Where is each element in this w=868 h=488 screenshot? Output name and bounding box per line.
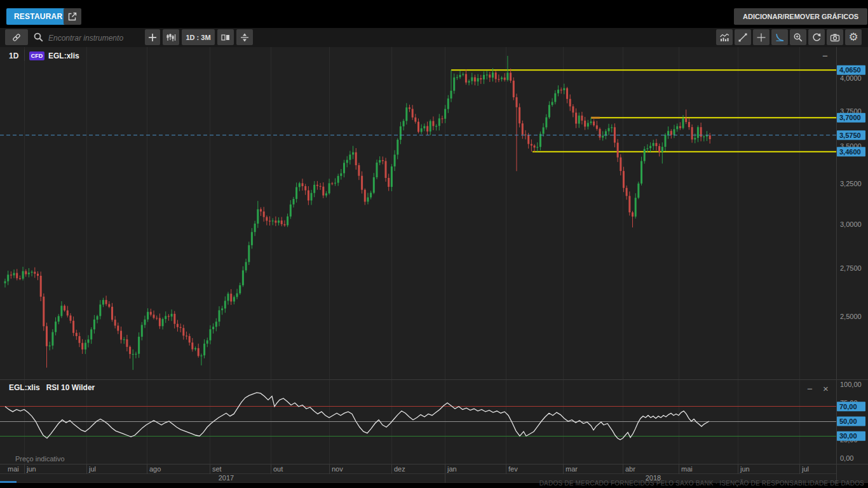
rsi-symbol-label: EGL:xlis xyxy=(9,383,40,392)
trendline-icon xyxy=(738,32,748,43)
refresh-icon xyxy=(811,32,822,43)
rsi-level-badge: 70,00 xyxy=(837,402,865,411)
candlestick-style-icon xyxy=(166,32,176,43)
gear-icon: ⚙ xyxy=(848,32,858,43)
search-input[interactable] xyxy=(47,30,145,46)
restore-button[interactable]: RESTAURAR xyxy=(6,8,70,25)
svg-text:3,7000: 3,7000 xyxy=(839,114,861,121)
snapshot-button[interactable] xyxy=(827,29,843,45)
svg-text:2,7500: 2,7500 xyxy=(840,264,862,272)
support-resistance-lines[interactable] xyxy=(451,70,836,152)
price-level-badge: 3,4600 xyxy=(837,147,865,156)
price-level-badge: 3,7000 xyxy=(837,113,865,123)
price-level-badge: 4,0650 xyxy=(837,65,865,75)
svg-text:jan: jan xyxy=(447,465,457,473)
svg-text:2017: 2017 xyxy=(219,474,234,482)
candlestick-series xyxy=(4,56,711,370)
svg-text:set: set xyxy=(212,465,222,473)
trading-platform-window: RESTAURAR ADICIONAR/REMOVER GRÁFICOS xyxy=(0,0,868,488)
current-price-badge: 3,5750 xyxy=(837,130,865,140)
settings-button[interactable]: ⚙ xyxy=(845,29,862,45)
svg-text:jun: jun xyxy=(26,465,36,473)
svg-text:4,0650: 4,0650 xyxy=(839,66,861,74)
svg-text:0,00: 0,00 xyxy=(840,454,853,462)
svg-text:jul: jul xyxy=(88,465,96,473)
external-link-icon xyxy=(67,11,78,22)
indicator-chart-icon xyxy=(719,32,729,43)
rsi-guide-lines xyxy=(0,407,836,436)
cfd-badge: CFD xyxy=(29,51,44,60)
split-view-button[interactable] xyxy=(236,29,253,45)
svg-text:3,2500: 3,2500 xyxy=(840,180,862,187)
svg-text:dez: dez xyxy=(394,465,405,473)
horizontal-scrollbar[interactable] xyxy=(0,481,17,483)
svg-text:abr: abr xyxy=(625,465,635,473)
chart-interval-label: 1D xyxy=(9,51,18,60)
rsi-panel-title: EGL:xlisRSI 10 Wilder xyxy=(9,383,95,392)
camera-icon xyxy=(830,32,840,43)
svg-text:fev: fev xyxy=(508,465,518,473)
svg-text:70,00: 70,00 xyxy=(839,403,857,410)
svg-text:mai: mai xyxy=(681,465,693,473)
crosshair-button[interactable] xyxy=(753,29,770,45)
svg-text:ago: ago xyxy=(149,465,161,473)
link-icon xyxy=(11,32,22,43)
search-icon xyxy=(33,32,44,43)
svg-text:30,00: 30,00 xyxy=(839,432,857,440)
chart-style-button[interactable] xyxy=(163,29,179,45)
split-arrows-icon xyxy=(240,32,250,43)
svg-text:3,4600: 3,4600 xyxy=(839,148,861,156)
rsi-indicator-label: RSI 10 Wilder xyxy=(46,383,95,392)
refresh-button[interactable] xyxy=(808,29,825,45)
layout-button[interactable] xyxy=(217,29,234,45)
layout-panels-icon xyxy=(220,32,231,43)
svg-text:2,5000: 2,5000 xyxy=(840,313,862,320)
label-separator xyxy=(24,50,25,61)
rsi-level-badge: 50,00 xyxy=(837,417,865,426)
link-chart-button[interactable] xyxy=(5,29,28,45)
price-axis-labels: 4,00003,75003,50003,25003,00002,75002,50… xyxy=(840,74,862,320)
indicators-button[interactable] xyxy=(716,29,733,45)
add-instrument-button[interactable] xyxy=(145,29,160,45)
interval-range-button[interactable]: 1D : 3M xyxy=(182,29,215,45)
svg-text:3,5750: 3,5750 xyxy=(839,132,861,139)
price-chart-canvas[interactable]: 4,00003,75003,50003,25003,00002,75002,50… xyxy=(0,47,868,483)
svg-text:mar: mar xyxy=(566,465,578,473)
svg-text:jul: jul xyxy=(801,465,809,473)
zoom-in-icon xyxy=(793,32,803,43)
symbol-label: EGL:xlis xyxy=(48,51,79,60)
market-data-disclaimer: DADOS DE MERCADO FORNECIDOS PELO SAXO BA… xyxy=(539,480,864,487)
svg-text:mai: mai xyxy=(8,465,19,473)
pop-out-button[interactable] xyxy=(64,8,81,25)
svg-text:50,00: 50,00 xyxy=(839,417,857,425)
log-scale-icon xyxy=(775,32,785,43)
crosshair-icon xyxy=(756,32,766,43)
svg-text:4,0000: 4,0000 xyxy=(840,74,862,82)
svg-text:3,0000: 3,0000 xyxy=(840,220,862,228)
chart-minimize-button[interactable]: − xyxy=(822,51,828,60)
rsi-minimize-button[interactable]: − xyxy=(807,384,813,393)
plus-icon xyxy=(147,32,158,43)
svg-text:nov: nov xyxy=(332,465,343,473)
add-remove-charts-button[interactable]: ADICIONAR/REMOVER GRÁFICOS xyxy=(734,8,867,25)
svg-text:out: out xyxy=(273,465,283,473)
rsi-close-button[interactable]: × xyxy=(823,384,829,393)
price-indicative-note: Preço indicativo xyxy=(15,455,65,463)
svg-text:jun: jun xyxy=(740,465,750,473)
zoom-in-button[interactable] xyxy=(790,29,806,45)
rsi-level-badge: 30,00 xyxy=(837,431,865,441)
draw-trendline-button[interactable] xyxy=(735,29,751,45)
svg-text:100,00: 100,00 xyxy=(840,381,862,388)
rsi-line xyxy=(5,393,709,440)
log-scale-button[interactable] xyxy=(771,29,788,45)
